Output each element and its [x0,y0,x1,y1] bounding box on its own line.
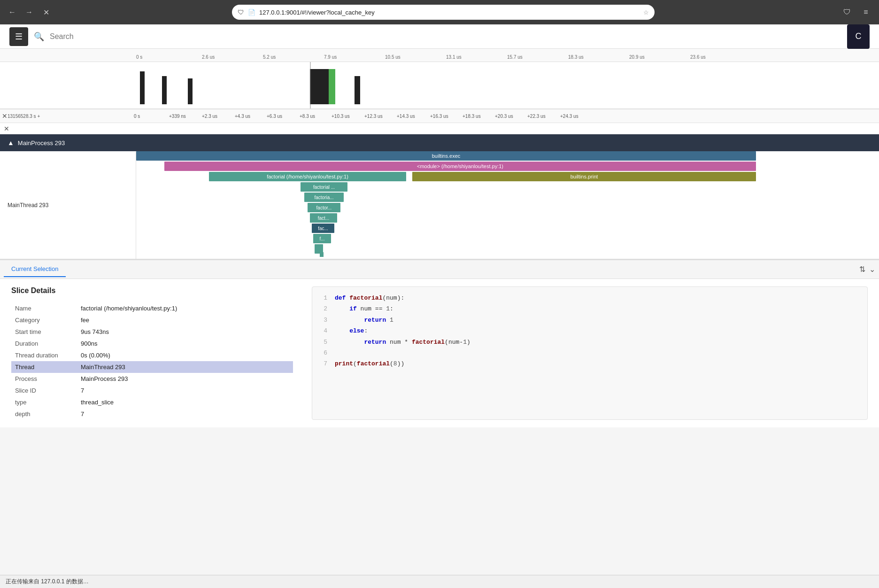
table-row-thread: Thread MainThread 293 [11,361,293,373]
ruler-tick-5: 13.1 us [446,54,462,60]
field-key-process: Process [11,373,77,385]
expand-button[interactable]: ⌄ [869,265,875,274]
page-icon: 📄 [248,9,255,16]
thread-flame-chart[interactable]: builtins.exec <module> (/home/shiyanlou/… [136,151,879,259]
process-title: MainProcess 293 [18,139,65,147]
details-table: Name factorial (/home/shiyanlou/test.py:… [11,302,293,420]
collapse-arrow[interactable]: ✕ [4,125,9,132]
process-expand-button[interactable]: ▲ [8,139,14,147]
ruler-tick-8: 20.9 us [629,54,645,60]
time-axis: ✕ 13156528.3 s + 0 s +339 ns +2.3 us +4.… [0,109,879,123]
table-row: depth 7 [11,408,293,420]
code-line-1: 1 def factorial(num): [320,293,860,303]
time-0: 0 s [134,114,140,119]
collapse-button[interactable]: ✕ [2,112,8,120]
timeline-tracks[interactable] [0,62,879,109]
ruler-tick-1: 2.6 us [202,54,215,60]
header-right-button[interactable]: C [847,24,870,49]
url-text: 127.0.0.1:9001/#!/viewer?local_cache_key [259,9,640,16]
field-val-depth: 7 [77,408,293,420]
browser-chrome: ← → ✕ 🛡 📄 127.0.0.1:9001/#!/viewer?local… [0,0,879,24]
field-key-depth: depth [11,408,77,420]
ruler-tick-3: 7.9 us [324,54,337,60]
ruler-tick-2: 5.2 us [263,54,276,60]
time-12: +22.3 us [527,114,546,119]
field-val-process: MainProcess 293 [77,373,293,385]
panel-tabs: Current Selection ⇅ ⌄ [0,260,879,279]
tab-current-selection[interactable]: Current Selection [4,262,66,277]
back-button[interactable]: ← [6,6,19,19]
time-9: +16.3 us [430,114,448,119]
code-panel: 1 def factorial(num): 2 if num == 1: 3 r… [312,286,868,420]
ruler-tick-7: 18.3 us [568,54,584,60]
field-key-type: type [11,396,77,408]
field-key-thread-duration: Thread duration [11,349,77,361]
field-val-type: thread_slice [77,396,293,408]
ruler-tick-4: 10.5 us [385,54,401,60]
flame-bar-factorial-5[interactable]: fact... [310,213,337,223]
flame-bar-print[interactable]: builtins.print [412,172,756,181]
field-val-duration: 900ns [77,338,293,349]
time-base-label: 13156528.3 s + [8,114,40,119]
reload-button[interactable]: ✕ [39,6,53,19]
time-6: +10.3 us [332,114,350,119]
time-7: +12.3 us [364,114,383,119]
flame-bar-factorial-6[interactable]: fac... [312,224,334,233]
flame-bar-factorial-main[interactable]: factorial (/home/shiyanlou/test.py:1) [209,172,406,181]
field-key-duration: Duration [11,338,77,349]
sort-button[interactable]: ⇅ [859,265,865,274]
address-bar[interactable]: 🛡 📄 127.0.0.1:9001/#!/viewer?local_cache… [232,5,655,20]
timeline-ruler: 0 s 2.6 us 5.2 us 7.9 us 10.5 us 13.1 us… [0,49,879,62]
table-row: Start time 9us 743ns [11,326,293,338]
panel-tab-actions: ⇅ ⌄ [859,265,875,274]
time-11: +20.3 us [495,114,513,119]
search-input[interactable] [50,32,841,41]
code-line-5: 5 return num * factorial(num-1) [320,337,860,348]
flame-bar-module[interactable]: <module> (/home/shiyanlou/test.py:1) [164,162,756,171]
table-row: Process MainProcess 293 [11,373,293,385]
flame-bar-factorial-2[interactable]: factorial ... [301,182,347,192]
time-3: +4.3 us [235,114,250,119]
flame-bar-factorial-4[interactable]: factor... [308,203,340,212]
star-icon[interactable]: ☆ [643,9,649,16]
field-val-name: factorial (/home/shiyanlou/test.py:1) [77,302,293,314]
time-2: +2.3 us [202,114,217,119]
ruler-tick-0: 0 s [136,54,142,60]
details-left: Slice Details Name factorial (/home/shiy… [11,286,293,420]
time-10: +18.3 us [463,114,481,119]
code-line-4: 4 else: [320,325,860,336]
slice-details: Slice Details Name factorial (/home/shiy… [0,279,879,427]
flame-bar-exec[interactable]: builtins.exec [136,151,756,161]
field-val-category: fee [77,314,293,326]
ruler-tick-9: 23.6 us [690,54,706,60]
field-val-slice-id: 7 [77,385,293,396]
time-1: +339 ns [169,114,186,119]
table-row: Slice ID 7 [11,385,293,396]
field-key-slice-id: Slice ID [11,385,77,396]
forward-button[interactable]: → [23,6,36,19]
field-val-thread-duration: 0s (0.00%) [77,349,293,361]
field-val-thread: MainThread 293 [77,361,293,373]
table-row: Category fee [11,314,293,326]
time-4: +6.3 us [267,114,282,119]
code-line-3: 3 return 1 [320,315,860,325]
status-bar: 正在传输来自 127.0.0.1 的数据… [0,575,879,588]
time-13: +24.3 us [560,114,578,119]
field-key-starttime: Start time [11,326,77,338]
ruler-tick-6: 15.7 us [507,54,523,60]
search-bar: ☰ 🔍 C [0,24,879,49]
table-row: Name factorial (/home/shiyanlou/test.py:… [11,302,293,314]
process-header: ▲ MainProcess 293 [0,134,879,151]
code-line-2: 2 if num == 1: [320,303,860,314]
flame-bar-factorial-3[interactable]: factoria... [304,193,344,202]
thread-area: MainThread 293 builtins.exec <module> (/… [0,151,879,259]
search-icon: 🔍 [34,31,44,42]
flame-bar-factorial-7[interactable]: f... [313,234,331,243]
shield-btn[interactable]: 🛡 [840,5,855,20]
code-line-7: 7 print(factorial(8)) [320,358,860,369]
sidebar-toggle-button[interactable]: ☰ [9,27,28,46]
status-text: 正在传输来自 127.0.0.1 的数据… [6,578,89,586]
time-8: +14.3 us [397,114,415,119]
menu-btn[interactable]: ≡ [858,5,873,20]
code-line-6: 6 [320,348,860,358]
